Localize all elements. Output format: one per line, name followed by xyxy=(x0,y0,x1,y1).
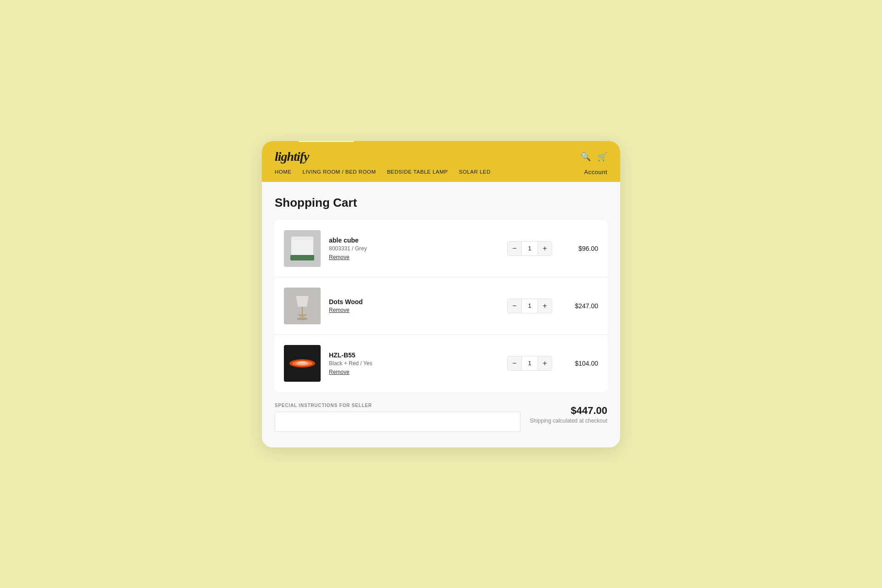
nav-item-bedside[interactable]: BEDSIDE TABLE LAMP xyxy=(387,169,448,175)
quantity-control-able-cube: − 1 + xyxy=(507,241,552,256)
item-variant: Black + Red / Yes xyxy=(329,360,507,367)
item-name: able cube xyxy=(329,237,507,244)
quantity-increase-button[interactable]: + xyxy=(538,356,552,370)
item-image-hzl-b55 xyxy=(284,345,321,382)
item-price: $96.00 xyxy=(566,245,598,252)
nav-item-living-room[interactable]: LIVING ROOM / BED ROOM xyxy=(303,169,376,175)
quantity-control-dots-wood: − 1 + xyxy=(507,299,552,313)
item-remove-button[interactable]: Remove xyxy=(329,307,507,313)
search-icon[interactable]: 🔍 xyxy=(581,152,591,162)
nav-bar: HOME LIVING ROOM / BED ROOM BEDSIDE TABL… xyxy=(262,169,620,182)
quantity-decrease-button[interactable]: − xyxy=(508,299,521,313)
account-link[interactable]: Account xyxy=(584,169,607,175)
quantity-decrease-button[interactable]: − xyxy=(508,356,521,370)
shipping-note: Shipping calculated at checkout xyxy=(530,418,607,424)
cart-items-container: able cube 8003331 / Grey Remove − 1 + $9… xyxy=(275,220,607,392)
svg-rect-2 xyxy=(290,255,314,260)
cart-icon[interactable]: 🛒 xyxy=(597,152,607,162)
quantity-control-hzl-b55: − 1 + xyxy=(507,356,552,371)
item-details-hzl-b55: HZL-B55 Black + Red / Yes Remove xyxy=(329,351,507,375)
item-price: $104.00 xyxy=(566,360,598,367)
item-image-dots-wood xyxy=(284,288,321,324)
quantity-increase-button[interactable]: + xyxy=(538,242,552,255)
browser-tab xyxy=(299,141,354,142)
quantity-value: 1 xyxy=(521,356,538,370)
svg-point-8 xyxy=(297,317,308,320)
header-top: lightify 🔍 🛒 xyxy=(262,141,620,169)
item-remove-button[interactable]: Remove xyxy=(329,254,507,260)
table-row: Dots Wood Remove − 1 + $247.00 xyxy=(275,277,607,335)
browser-window: lightify 🔍 🛒 HOME LIVING ROOM / BED ROOM… xyxy=(262,141,620,447)
instructions-input[interactable] xyxy=(275,412,520,432)
item-details-dots-wood: Dots Wood Remove xyxy=(329,298,507,313)
instructions-label: SPECIAL INSTRUCTIONS FOR SELLER xyxy=(275,403,520,408)
nav-item-solar[interactable]: SOLAR LED xyxy=(459,169,491,175)
page-title: Shopping Cart xyxy=(275,196,607,210)
site-header: lightify 🔍 🛒 HOME LIVING ROOM / BED ROOM… xyxy=(262,141,620,182)
item-remove-button[interactable]: Remove xyxy=(329,369,507,375)
table-row: able cube 8003331 / Grey Remove − 1 + $9… xyxy=(275,220,607,277)
svg-rect-7 xyxy=(302,307,303,314)
svg-marker-5 xyxy=(296,296,309,307)
item-price: $247.00 xyxy=(566,302,598,310)
item-name: Dots Wood xyxy=(329,298,507,305)
quantity-increase-button[interactable]: + xyxy=(538,299,552,313)
nav-item-home[interactable]: HOME xyxy=(275,169,292,175)
item-image-able-cube xyxy=(284,230,321,267)
header-icons: 🔍 🛒 xyxy=(581,152,607,162)
quantity-value: 1 xyxy=(521,299,538,313)
item-name: HZL-B55 xyxy=(329,351,507,359)
cart-total: $447.00 xyxy=(530,405,607,417)
page-content: Shopping Cart able cube 8003331 / Grey R… xyxy=(262,182,620,447)
item-variant: 8003331 / Grey xyxy=(329,245,507,252)
svg-rect-3 xyxy=(291,237,313,240)
table-row: HZL-B55 Black + Red / Yes Remove − 1 + $… xyxy=(275,335,607,392)
totals-section: $447.00 Shipping calculated at checkout xyxy=(530,403,607,424)
svg-point-13 xyxy=(299,361,306,363)
cart-bottom: SPECIAL INSTRUCTIONS FOR SELLER $447.00 … xyxy=(275,403,607,434)
quantity-decrease-button[interactable]: − xyxy=(508,242,521,255)
item-details-able-cube: able cube 8003331 / Grey Remove xyxy=(329,237,507,260)
instructions-section: SPECIAL INSTRUCTIONS FOR SELLER xyxy=(275,403,520,434)
quantity-value: 1 xyxy=(521,242,538,255)
site-logo[interactable]: lightify xyxy=(275,149,309,164)
